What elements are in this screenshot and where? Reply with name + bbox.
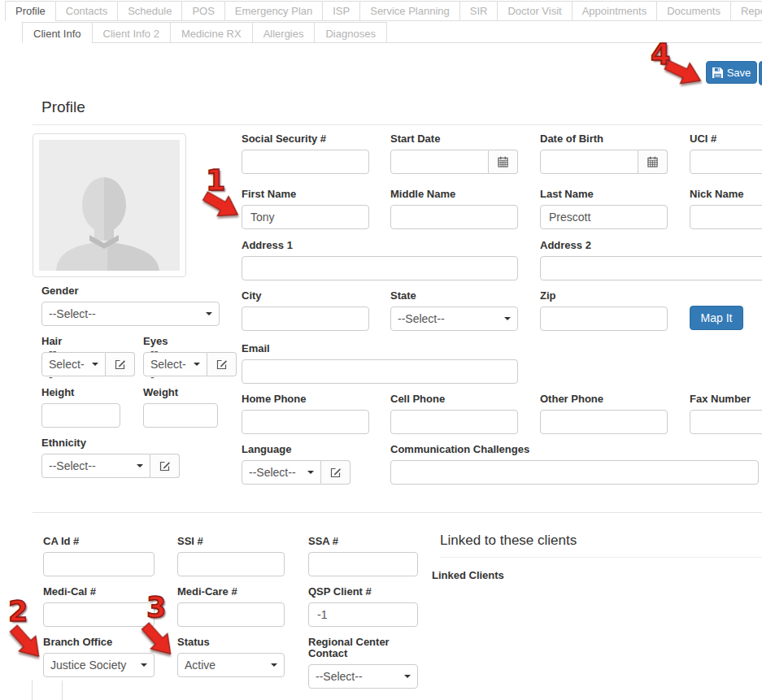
other-phone-input[interactable] — [540, 410, 668, 434]
field-branch-office: Branch Office Justice Society — [43, 637, 155, 677]
field-hair: Hair --Select-- — [41, 336, 135, 376]
tab-doctor-visit[interactable]: Doctor Visit — [497, 1, 572, 21]
city-input[interactable] — [242, 307, 369, 331]
field-last-name: Last Name — [540, 189, 668, 229]
field-fax-number: Fax Number — [690, 393, 762, 434]
zip-input[interactable] — [540, 307, 668, 331]
tab-diagnoses[interactable]: Diagnoses — [314, 22, 386, 43]
nick-name-input[interactable] — [690, 205, 762, 229]
last-name-input[interactable] — [540, 205, 668, 229]
tab-appointments[interactable]: Appointments — [572, 1, 658, 21]
save-button[interactable]: Save — [706, 61, 757, 84]
tab-reports[interactable]: Reports — [730, 1, 762, 21]
ssa-label: SSA # — [308, 536, 418, 547]
regional-center-contact-select[interactable]: --Select-- — [308, 664, 418, 689]
middle-name-input[interactable] — [390, 205, 518, 229]
state-select[interactable]: --Select-- — [390, 307, 518, 331]
status-label: Status — [177, 637, 285, 648]
edit-icon — [159, 460, 171, 472]
ethnicity-select[interactable]: --Select-- — [41, 454, 150, 478]
status-select[interactable]: Active — [177, 653, 285, 677]
language-select[interactable]: --Select-- — [242, 460, 321, 485]
tab-isp[interactable]: ISP — [322, 1, 360, 21]
date-of-birth-input[interactable] — [540, 150, 638, 174]
qsp-client-input[interactable] — [308, 602, 418, 627]
calendar-icon[interactable] — [638, 150, 668, 174]
chevron-down-icon — [404, 675, 411, 678]
field-middle-name: Middle Name — [390, 189, 518, 229]
height-input[interactable] — [41, 403, 120, 428]
field-email: Email — [242, 343, 518, 384]
edit-hair-button[interactable] — [106, 352, 135, 376]
communication-challenges-input[interactable] — [390, 460, 759, 485]
edit-ethnicity-button[interactable] — [150, 454, 180, 478]
partial-button-edge[interactable] — [759, 61, 762, 85]
medi-cal-input[interactable] — [43, 602, 155, 627]
section-divider — [33, 512, 762, 513]
ssa-input[interactable] — [308, 552, 418, 576]
sub-tab-bar: Client Info Client Info 2 Medicine RX Al… — [22, 22, 387, 43]
field-regional-center-contact: Regional Center Contact --Select-- — [308, 637, 418, 689]
field-nick-name: Nick Name — [690, 189, 762, 229]
tab-client-info[interactable]: Client Info — [22, 22, 93, 43]
chevron-down-icon — [194, 363, 200, 366]
weight-input[interactable] — [143, 403, 218, 428]
edit-eyes-button[interactable] — [207, 352, 237, 376]
social-security-input[interactable] — [242, 150, 369, 174]
start-date-input[interactable] — [390, 150, 489, 174]
branch-office-select[interactable]: Justice Society — [43, 653, 155, 677]
email-input[interactable] — [242, 359, 518, 384]
chevron-down-icon — [307, 471, 314, 474]
calendar-glyph — [647, 156, 658, 167]
field-ca-id: CA Id # — [43, 536, 155, 576]
tab-allergies[interactable]: Allergies — [252, 22, 316, 43]
tab-client-info-2[interactable]: Client Info 2 — [92, 22, 171, 43]
medi-care-input[interactable] — [177, 602, 285, 627]
tab-contacts[interactable]: Contacts — [55, 1, 118, 21]
profile-section-heading: Profile — [33, 98, 762, 125]
tab-sir[interactable]: SIR — [459, 1, 499, 21]
partial-table-edge — [32, 680, 63, 700]
gender-selected-value: --Select-- — [49, 307, 96, 320]
tab-documents[interactable]: Documents — [656, 1, 731, 21]
edit-language-button[interactable] — [321, 460, 351, 485]
field-eyes: Eyes --Select-- — [143, 336, 237, 376]
start-date-label: Start Date — [390, 133, 518, 145]
hair-select[interactable]: --Select-- — [41, 352, 106, 376]
fax-number-input[interactable] — [690, 410, 762, 434]
uci-input[interactable] — [690, 150, 762, 174]
first-name-input[interactable] — [242, 205, 369, 229]
field-other-phone: Other Phone — [540, 393, 668, 434]
chevron-down-icon — [141, 663, 147, 667]
edit-icon — [115, 359, 126, 370]
regional-center-contact-label: Regional Center Contact — [308, 637, 402, 659]
client-photo[interactable] — [33, 133, 186, 277]
address2-label: Address 2 — [540, 240, 762, 251]
tab-pos[interactable]: POS — [181, 1, 224, 21]
tab-profile[interactable]: Profile — [5, 1, 56, 21]
cell-phone-input[interactable] — [390, 410, 518, 434]
gender-select[interactable]: --Select-- — [41, 302, 220, 326]
tab-emergency-plan[interactable]: Emergency Plan — [224, 1, 323, 21]
field-language: Language --Select-- — [242, 444, 351, 485]
eyes-select[interactable]: --Select-- — [143, 352, 207, 376]
status-selected-value: Active — [185, 659, 216, 672]
tab-schedule[interactable]: Schedule — [117, 1, 182, 21]
map-it-button[interactable]: Map It — [690, 306, 743, 330]
ethnicity-selected-value: --Select-- — [49, 459, 96, 472]
ssi-input[interactable] — [177, 552, 285, 576]
other-phone-label: Other Phone — [540, 393, 668, 405]
uci-label: UCI # — [690, 133, 762, 145]
calendar-icon[interactable] — [489, 150, 518, 174]
ethnicity-label: Ethnicity — [41, 437, 180, 449]
home-phone-input[interactable] — [242, 410, 369, 434]
height-label: Height — [41, 387, 120, 398]
ca-id-input[interactable] — [43, 552, 155, 576]
field-qsp-client: QSP Client # — [308, 586, 418, 627]
address1-input[interactable] — [242, 256, 518, 280]
tab-service-planning[interactable]: Service Planning — [359, 1, 460, 21]
tab-medicine-rx[interactable]: Medicine RX — [170, 22, 253, 43]
address2-input[interactable] — [540, 256, 762, 280]
avatar-placeholder-icon — [39, 140, 180, 271]
client-profile-page: Profile Contacts Schedule POS Emergency … — [0, 0, 762, 700]
